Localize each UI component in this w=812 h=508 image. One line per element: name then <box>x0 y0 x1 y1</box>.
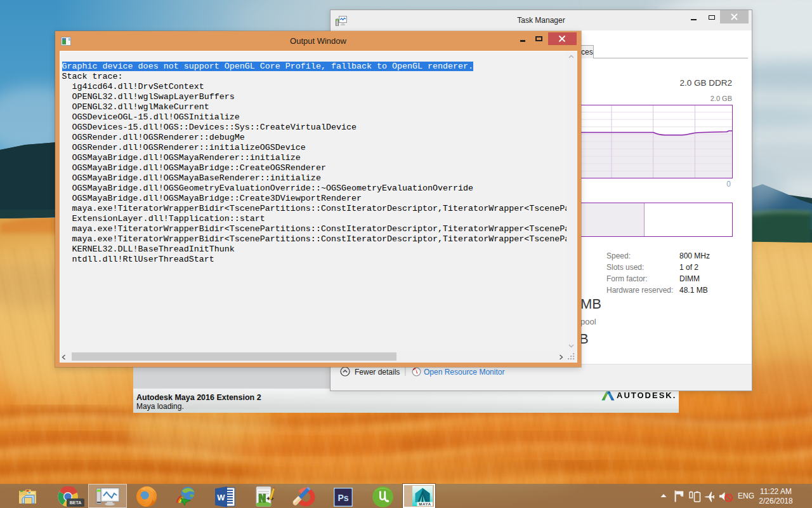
svg-text:Ps: Ps <box>337 493 348 503</box>
svg-text:W: W <box>217 493 225 502</box>
svg-text:MAYA: MAYA <box>419 502 431 506</box>
svg-text:BETA: BETA <box>70 500 82 505</box>
